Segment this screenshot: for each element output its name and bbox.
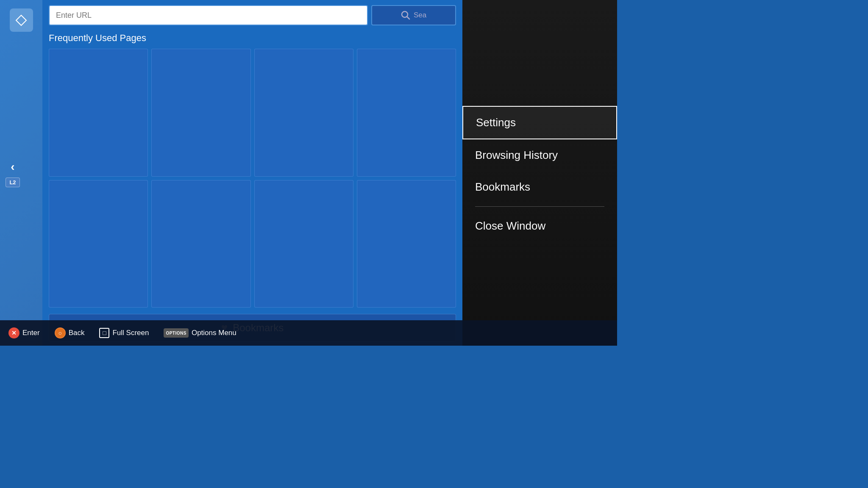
search-button[interactable]: Sea <box>371 5 456 25</box>
thumbnails-grid <box>49 49 456 308</box>
bottom-bar: ✕ Enter ○ Back □ Full Screen OPTIONS Opt… <box>0 320 617 346</box>
l2-badge: L2 <box>6 177 19 187</box>
menu-item-bookmarks[interactable]: Bookmarks <box>462 171 617 203</box>
browser-content: Sea Frequently Used Pages ♥ Bookmarks <box>42 0 462 346</box>
url-bar-row: Sea <box>42 0 462 30</box>
sidebar-browser-icon <box>10 8 33 32</box>
menu-divider <box>475 206 604 207</box>
options-menu-label: Options Menu <box>192 329 236 337</box>
back-label: Back <box>69 329 85 337</box>
thumbnail-7[interactable] <box>254 180 353 308</box>
back-arrow-icon: ‹ <box>4 158 21 175</box>
section-title: Frequently Used Pages <box>49 30 456 44</box>
control-enter: ✕ Enter <box>8 327 40 338</box>
back-arrow-area[interactable]: ‹ L2 <box>4 158 21 187</box>
thumbnail-2[interactable] <box>151 49 250 177</box>
o-button-icon: ○ <box>55 327 66 338</box>
control-options-menu: OPTIONS Options Menu <box>164 328 236 338</box>
frequently-used-section: Frequently Used Pages <box>42 30 462 312</box>
options-button-icon: OPTIONS <box>164 328 189 338</box>
menu-item-close-window[interactable]: Close Window <box>462 210 617 242</box>
search-label: Sea <box>414 11 426 19</box>
thumbnail-6[interactable] <box>151 180 250 308</box>
thumbnail-1[interactable] <box>49 49 148 177</box>
thumbnail-8[interactable] <box>357 180 456 308</box>
right-menu: Settings Browsing History Bookmarks Clos… <box>462 0 617 346</box>
thumbnail-3[interactable] <box>254 49 353 177</box>
search-icon <box>401 11 410 20</box>
thumbnail-4[interactable] <box>357 49 456 177</box>
thumbnail-5[interactable] <box>49 180 148 308</box>
menu-item-browsing-history[interactable]: Browsing History <box>462 139 617 171</box>
svg-line-1 <box>407 17 409 19</box>
fullscreen-label: Full Screen <box>112 329 149 337</box>
url-input[interactable] <box>49 5 368 25</box>
control-fullscreen: □ Full Screen <box>99 328 149 338</box>
menu-item-settings[interactable]: Settings <box>462 106 617 139</box>
square-button-icon: □ <box>99 328 109 338</box>
control-back: ○ Back <box>55 327 85 338</box>
x-button-icon: ✕ <box>8 327 19 338</box>
enter-label: Enter <box>22 329 40 337</box>
